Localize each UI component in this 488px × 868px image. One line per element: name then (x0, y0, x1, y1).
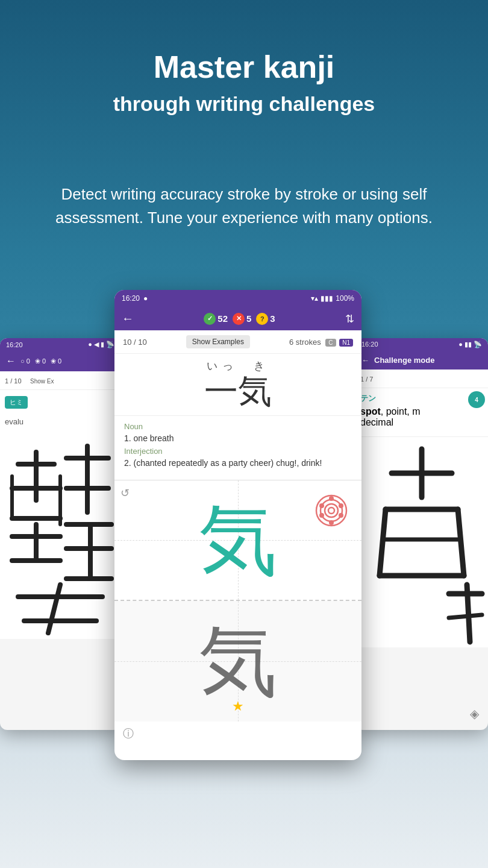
phone-left: 16:20 ● ◀ ▮ 📡 ← ○ 0 ❀ 0 ❀ 0 1 / 10 Show … (0, 338, 120, 730)
stat-green-circle: ✓ (204, 313, 216, 325)
stack-icon-area: ◈ (470, 706, 479, 721)
svg-point-27 (319, 513, 324, 518)
wifi-icon: ▾▴ (311, 294, 318, 303)
phone-center: 16:20 ● ▾▴ ▮▮▮ 100% ← ✓ 52 ✕ 5 (114, 290, 361, 760)
right-kanji-area (355, 436, 488, 647)
phones-container: 16:20 ● ◀ ▮ 📡 ← ○ 0 ❀ 0 ❀ 0 1 / 10 Show … (0, 290, 488, 772)
left-progress: 1 / 10 (5, 377, 22, 385)
spiral-icon (313, 492, 349, 529)
svg-line-38 (449, 615, 482, 618)
left-eval-area: evalu (0, 415, 120, 428)
hero-description: Detect writing accuracy stroke by stroke… (39, 183, 449, 230)
right-toolbar: ← Challenge mode (355, 351, 488, 370)
show-examples-button[interactable]: Show Examples (186, 335, 250, 348)
left-kanji-area (0, 428, 120, 639)
signal-icon: ▮▮▮ (321, 294, 333, 303)
center-time: 16:20 (122, 294, 140, 303)
kanji-display-area: いっ き 一気 (114, 354, 361, 415)
svg-line-17 (48, 585, 60, 633)
drawing-grid-bottom[interactable]: 気 ★ (114, 601, 361, 722)
drawing-area[interactable]: ↺ 気 (114, 480, 361, 746)
refresh-icon[interactable]: ↺ (120, 486, 130, 500)
svg-line-37 (467, 585, 470, 642)
left-kanji-svg (0, 428, 120, 639)
meaning-1: 1. one breath (124, 433, 352, 443)
hero-subtitle: through writing challenges (36, 92, 452, 116)
left-eval-text: evalu (5, 417, 23, 426)
svg-point-25 (339, 513, 343, 518)
left-toolbar: ← ○ 0 ❀ 0 ❀ 0 (0, 351, 120, 371)
right-meaning: spot, point, m decimal (360, 406, 483, 428)
left-status-bar: 16:20 ● ◀ ▮ 📡 (0, 338, 120, 351)
left-teal-tag-area: ヒミ (0, 390, 120, 415)
right-meaning-bold: spot (360, 406, 381, 417)
info-icon[interactable]: ⓘ (123, 726, 134, 741)
meaning-section: Noun 1. one breath Interjection 2. (chan… (114, 415, 361, 480)
right-status-bar: 16:20 ● ▮▮ 📡 (355, 338, 488, 351)
svg-point-21 (325, 504, 338, 517)
svg-line-33 (458, 509, 464, 576)
right-progress: 1 / 7 (360, 376, 373, 383)
center-progress: 10 / 10 (123, 338, 147, 347)
drawing-grid-top[interactable]: ↺ 気 (114, 480, 361, 601)
kanji-stroke-teal: 気 (199, 501, 277, 579)
left-card-header: 1 / 10 Show Ex (0, 371, 120, 390)
center-status-bar: 16:20 ● ▾▴ ▮▮▮ 100% (114, 290, 361, 307)
center-toolbar-stats: ✓ 52 ✕ 5 ? 3 (204, 313, 275, 325)
left-status-icons: ● ◀ ▮ 📡 (88, 341, 114, 348)
center-app-toolbar: ← ✓ 52 ✕ 5 ? 3 ⇅ (114, 307, 361, 330)
right-ten-text: テン (360, 393, 483, 404)
stat-yellow-item: ? 3 (256, 313, 275, 325)
stat-yellow-circle: ? (256, 313, 268, 325)
badge-n1: N1 (339, 339, 353, 347)
svg-point-20 (321, 500, 342, 521)
hero-section: Master kanji through writing challenges … (0, 0, 488, 254)
svg-line-32 (380, 509, 386, 576)
right-teal-badge: 4 (468, 391, 485, 408)
svg-point-23 (329, 496, 334, 501)
right-meaning-rest: , point, m (381, 406, 421, 417)
badge-c: C (325, 339, 336, 347)
right-card-header: 1 / 7 (355, 370, 488, 388)
phone-right: 16:20 ● ▮▮ 📡 ← Challenge mode 1 / 7 4 テン… (355, 338, 488, 730)
stat-red-num: 5 (246, 313, 251, 324)
strokes-info: 6 strokes C N1 (289, 338, 353, 347)
hero-title: Master kanji (36, 48, 452, 86)
center-back-arrow[interactable]: ← (122, 312, 134, 326)
right-time: 16:20 (361, 341, 378, 348)
svg-point-22 (328, 508, 334, 514)
kanji-char: 一気 (114, 373, 361, 410)
svg-point-26 (329, 520, 334, 525)
right-back-arrow[interactable]: ← (361, 356, 369, 365)
drawing-bottom-bar: ⓘ (114, 722, 361, 746)
right-kanji-svg (355, 437, 488, 647)
left-back-icon[interactable]: ← (6, 356, 16, 366)
left-time: 16:20 (6, 341, 23, 348)
right-meaning-line2: decimal (360, 417, 483, 428)
center-card-header: 10 / 10 Show Examples 6 strokes C N1 (114, 330, 361, 354)
stack-icon: ◈ (470, 707, 479, 720)
svg-point-28 (319, 503, 324, 508)
right-card-content: 4 テン spot, point, m decimal (355, 388, 488, 436)
stat-red-circle: ✕ (233, 313, 245, 325)
stat-green-item: ✓ 52 (204, 313, 228, 325)
battery-text: 100% (336, 294, 354, 303)
center-status-dot: ● (143, 294, 148, 303)
stat-red-item: ✕ 5 (233, 313, 251, 325)
pos-interjection-label: Interjection (124, 447, 352, 456)
stat-yellow-num: 3 (270, 313, 275, 324)
svg-point-24 (339, 503, 343, 508)
left-show-examples: Show Ex (30, 378, 54, 385)
kanji-stroke-dark: 気 (199, 622, 277, 700)
strokes-text: 6 strokes (289, 338, 321, 347)
kanji-reading: いっ き (114, 359, 361, 373)
stat-green-num: 52 (217, 313, 228, 324)
pos-noun-label: Noun (124, 422, 352, 431)
meaning-2: 2. (chanted repeatedly as a party cheer)… (124, 458, 352, 468)
right-toolbar-title: Challenge mode (374, 356, 434, 365)
center-sort-icon[interactable]: ⇅ (345, 312, 354, 326)
star-icon[interactable]: ★ (232, 699, 244, 714)
left-teal-tag: ヒミ (5, 396, 28, 409)
